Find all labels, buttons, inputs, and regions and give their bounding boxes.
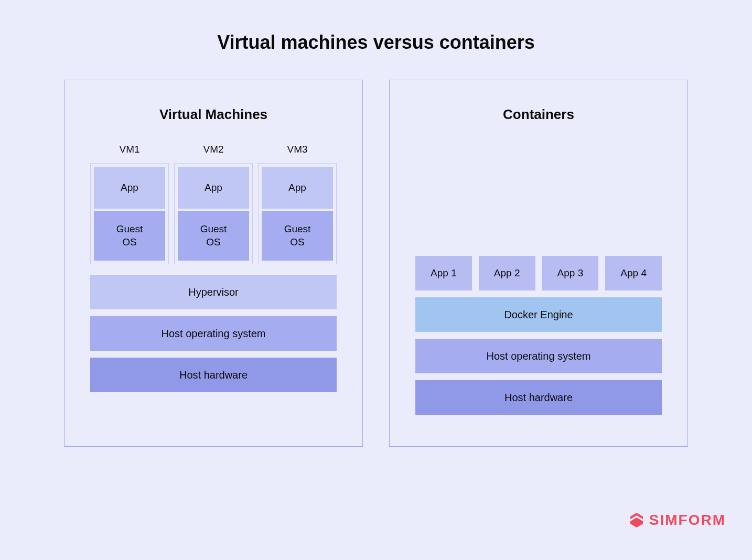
diagram-title: Virtual machines versus containers bbox=[21, 31, 731, 53]
panels-container: Virtual Machines VM1 App GuestOS VM2 App… bbox=[21, 80, 731, 447]
vm-app-box: App bbox=[262, 167, 333, 209]
vm-app-box: App bbox=[178, 167, 249, 209]
vm-label: VM2 bbox=[203, 144, 223, 155]
container-app-box: App 2 bbox=[479, 256, 535, 290]
vm-panel-title: Virtual Machines bbox=[159, 106, 267, 123]
simform-logo: SIMFORM bbox=[628, 512, 726, 529]
vm-panel: Virtual Machines VM1 App GuestOS VM2 App… bbox=[64, 80, 363, 447]
vm-column: VM2 App GuestOS bbox=[174, 144, 253, 264]
vm-app-box: App bbox=[94, 167, 165, 209]
vm-row: VM1 App GuestOS VM2 App GuestOS VM3 App … bbox=[90, 144, 337, 264]
container-app-box: App 3 bbox=[542, 256, 599, 290]
container-panel-title: Containers bbox=[503, 106, 574, 123]
hypervisor-layer: Hypervisor bbox=[90, 275, 337, 309]
vm-stack: Hypervisor Host operating system Host ha… bbox=[90, 275, 337, 392]
host-os-layer: Host operating system bbox=[415, 339, 662, 373]
vm-guest-os-box: GuestOS bbox=[94, 211, 165, 261]
vm-column: VM1 App GuestOS bbox=[90, 144, 169, 264]
simform-logo-text: SIMFORM bbox=[649, 512, 726, 529]
container-app-box: App 4 bbox=[605, 256, 662, 290]
container-apps-row: App 1 App 2 App 3 App 4 bbox=[415, 256, 662, 290]
host-hardware-layer: Host hardware bbox=[415, 380, 662, 415]
host-os-layer: Host operating system bbox=[90, 316, 337, 351]
vm-unit: App GuestOS bbox=[174, 163, 253, 264]
container-stack: Docker Engine Host operating system Host… bbox=[415, 297, 662, 415]
simform-logo-icon bbox=[628, 512, 645, 529]
vm-unit: App GuestOS bbox=[90, 163, 169, 264]
host-hardware-layer: Host hardware bbox=[90, 358, 337, 392]
docker-engine-layer: Docker Engine bbox=[415, 297, 662, 332]
vm-guest-os-box: GuestOS bbox=[262, 211, 333, 261]
vm-column: VM3 App GuestOS bbox=[258, 144, 337, 264]
vm-unit: App GuestOS bbox=[258, 163, 337, 264]
container-app-box: App 1 bbox=[415, 256, 472, 290]
vm-label: VM1 bbox=[119, 144, 139, 155]
vm-label: VM3 bbox=[287, 144, 307, 155]
container-panel: Containers App 1 App 2 App 3 App 4 Docke… bbox=[389, 80, 688, 447]
vm-guest-os-box: GuestOS bbox=[178, 211, 249, 261]
